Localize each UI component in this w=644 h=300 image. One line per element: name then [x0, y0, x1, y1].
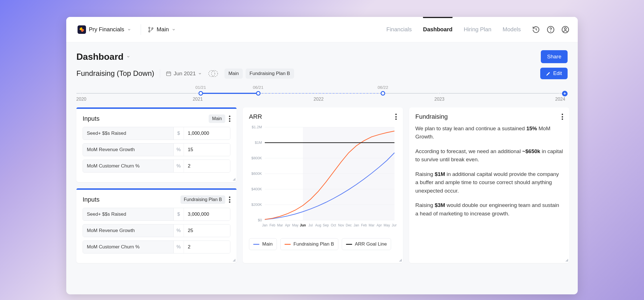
calendar-icon	[166, 71, 171, 76]
svg-text:Apr: Apr	[377, 223, 382, 227]
org-logo-icon	[78, 25, 86, 34]
nav-tab-models[interactable]: Models	[503, 17, 521, 42]
sub-header: Fundraising (Top Down) Jun 2021 MainFund…	[66, 68, 578, 83]
resize-handle-icon[interactable]: ◢	[565, 258, 568, 262]
share-button[interactable]: Share	[541, 50, 568, 63]
date-selector[interactable]: Jun 2021	[166, 70, 202, 77]
svg-text:Feb: Feb	[361, 223, 367, 227]
more-button[interactable]	[229, 116, 230, 122]
more-button[interactable]	[395, 114, 397, 120]
input-row: Seed+ $$s Raised$	[83, 127, 230, 140]
input-label: Seed+ $$s Raised	[83, 208, 174, 220]
legend-item[interactable]: ARR Goal Line	[342, 238, 391, 250]
input-row: MoM Revenue Growth%	[83, 143, 230, 156]
timeline-year: 2022	[314, 97, 324, 102]
input-label: MoM Customer Churn %	[83, 241, 174, 253]
timeline-mark-label: 06/22	[378, 85, 388, 90]
input-prefix: %	[174, 144, 184, 156]
page-title: Dashboard	[76, 52, 123, 62]
input-value[interactable]	[184, 127, 230, 140]
legend-item[interactable]: Main	[249, 238, 277, 250]
input-value[interactable]	[184, 144, 230, 156]
input-row: MoM Revenue Growth%	[83, 224, 230, 237]
scenario-tag[interactable]: Fundraising Plan B	[180, 195, 225, 204]
svg-point-2	[152, 28, 153, 29]
dashboard-subtitle: Fundraising (Top Down)	[76, 69, 154, 78]
card-title: Inputs	[83, 115, 100, 122]
compare-scenarios-icon[interactable]	[208, 68, 219, 79]
svg-text:Jan: Jan	[262, 223, 267, 227]
more-button[interactable]	[561, 114, 563, 120]
chart-legend: MainFundraising Plan BARR Goal Line	[243, 235, 403, 256]
timeline-year: 2024	[555, 97, 565, 102]
pencil-icon	[546, 71, 551, 76]
svg-point-1	[149, 31, 150, 32]
svg-text:Dec: Dec	[346, 223, 352, 227]
input-label: MoM Revenue Growth	[83, 224, 174, 237]
input-value[interactable]	[184, 160, 230, 172]
svg-text:Aug: Aug	[315, 223, 321, 227]
divider	[141, 24, 141, 35]
text-paragraph: We plan to stay lean and continue a sust…	[415, 124, 563, 141]
history-icon[interactable]	[532, 26, 540, 34]
scenario-tag[interactable]: Main	[209, 114, 225, 123]
input-value[interactable]	[184, 208, 230, 220]
org-selector[interactable]: Pry Financials	[75, 24, 134, 36]
help-icon[interactable]	[547, 26, 555, 34]
page-title-selector[interactable]: Dashboard	[76, 52, 130, 62]
svg-point-0	[149, 27, 150, 28]
nav-tab-financials[interactable]: Financials	[386, 17, 412, 42]
timeline-handle[interactable]	[199, 91, 203, 96]
input-label: Seed+ $$s Raised	[83, 127, 174, 140]
timeline-mark-label: 06/21	[253, 85, 264, 90]
topbar: Pry Financials Main FinancialsDashboardH…	[66, 17, 578, 42]
legend-item[interactable]: Fundraising Plan B	[280, 238, 338, 250]
input-value[interactable]	[184, 241, 230, 253]
input-prefix: %	[174, 160, 184, 172]
chevron-down-icon	[172, 28, 176, 32]
nav-tab-dashboard[interactable]: Dashboard	[423, 17, 452, 42]
svg-text:Jun: Jun	[392, 223, 397, 227]
scenario-chip[interactable]: Fundraising Plan B	[246, 69, 294, 79]
branch-selector[interactable]: Main	[148, 26, 176, 33]
edit-button[interactable]: Edit	[540, 68, 568, 79]
divider	[160, 69, 160, 78]
page-header: Dashboard Share	[66, 42, 578, 68]
git-branch-icon	[148, 27, 154, 33]
timeline-handle[interactable]	[381, 91, 385, 96]
nav-tab-hiring-plan[interactable]: Hiring Plan	[464, 17, 491, 42]
input-prefix: $	[174, 208, 184, 220]
svg-text:Oct: Oct	[331, 223, 336, 227]
svg-text:Apr: Apr	[285, 223, 290, 227]
timeline-year: 2023	[435, 97, 445, 102]
svg-text:Sep: Sep	[323, 223, 329, 227]
chevron-down-icon	[198, 72, 202, 76]
arr-chart: $0$200K$400K$600K$800K$1M$1.2MJanFebMarA…	[249, 124, 397, 229]
text-paragraph: Raising $3M would double our engineering…	[415, 201, 563, 218]
text-body: We plan to stay lean and continue a sust…	[409, 124, 569, 230]
input-label: MoM Revenue Growth	[83, 144, 174, 156]
svg-point-6	[564, 28, 566, 30]
scenario-chip[interactable]: Main	[224, 69, 243, 79]
resize-handle-icon[interactable]: ◢	[399, 258, 402, 262]
branch-name: Main	[157, 26, 169, 33]
input-value[interactable]	[184, 224, 230, 237]
date-label: Jun 2021	[174, 70, 196, 77]
svg-text:Mar: Mar	[277, 223, 283, 227]
profile-icon[interactable]	[561, 26, 569, 34]
timeline[interactable]: 01/2106/2106/22 + 20202021202220232024	[66, 83, 578, 103]
resize-handle-icon[interactable]: ◢	[233, 177, 235, 181]
input-row: Seed+ $$s Raised$	[83, 208, 230, 221]
input-prefix: %	[174, 241, 184, 253]
input-label: MoM Customer Churn %	[83, 160, 174, 172]
card-title: ARR	[249, 113, 262, 120]
svg-text:$200K: $200K	[251, 202, 262, 207]
card-title: Fundraising	[415, 113, 448, 120]
timeline-add-button[interactable]: +	[562, 91, 568, 96]
resize-handle-icon[interactable]: ◢	[233, 258, 235, 262]
timeline-handle[interactable]	[256, 91, 261, 96]
chevron-down-icon	[127, 28, 131, 32]
topbar-actions	[532, 26, 569, 34]
edit-label: Edit	[553, 70, 562, 76]
more-button[interactable]	[229, 197, 230, 203]
